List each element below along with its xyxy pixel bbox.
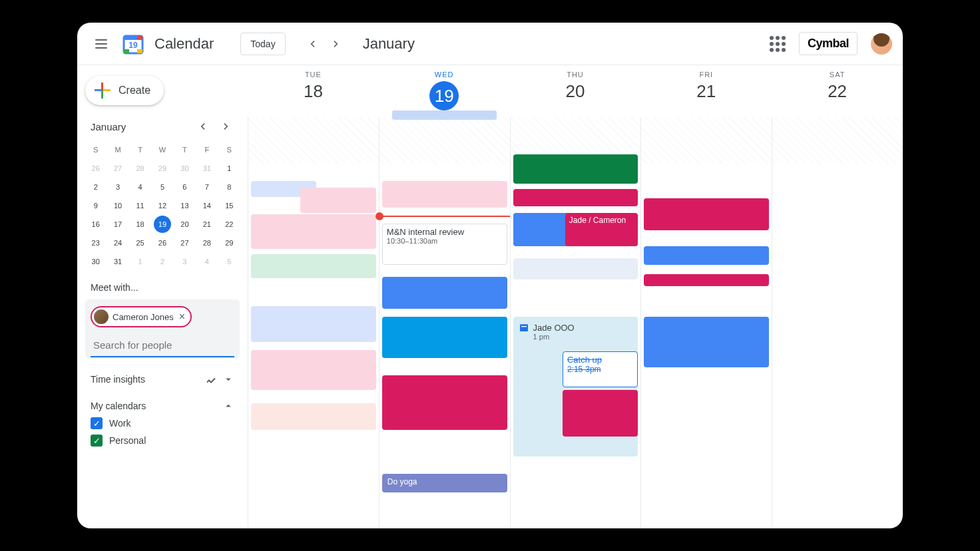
time-insights-row[interactable]: Time insights (85, 371, 240, 388)
time-grid[interactable]: M&N internal review 10:30–11:30am Do yog… (248, 117, 903, 528)
day-column-fri[interactable] (640, 117, 772, 528)
mini-cal-day[interactable]: 3 (174, 253, 195, 270)
mini-cal-day[interactable]: 20 (174, 216, 195, 233)
mini-cal-day[interactable]: 21 (196, 216, 217, 233)
mini-cal-day[interactable]: 15 (219, 197, 240, 214)
app-title: Calendar (154, 35, 214, 53)
mini-cal-day[interactable]: 29 (219, 234, 240, 252)
day-header[interactable]: FRI21 (640, 65, 772, 117)
mini-cal-day[interactable]: 27 (174, 234, 195, 252)
day-header[interactable]: TUE18 (248, 65, 379, 117)
mini-cal-day[interactable]: 30 (85, 253, 106, 270)
day-header[interactable]: THU20 (510, 65, 641, 117)
today-button[interactable]: Today (240, 33, 285, 55)
meet-with-label: Meet with... (91, 282, 240, 293)
google-apps-button[interactable] (770, 36, 786, 52)
user-avatar[interactable] (871, 33, 892, 55)
day-column-tue[interactable] (248, 117, 379, 528)
my-calendars-row[interactable]: My calendars (85, 397, 240, 415)
mini-cal-day[interactable]: 11 (130, 197, 150, 214)
calendar-item-personal[interactable]: ✓ Personal (85, 432, 240, 449)
mini-cal-day[interactable]: 18 (130, 216, 150, 233)
day-column-thu[interactable]: Jade / Cameron Jade OOO 1 pm Catch up (510, 117, 641, 528)
mini-cal-day[interactable]: 27 (107, 160, 128, 177)
mini-cal-day[interactable]: 31 (107, 253, 128, 270)
mini-cal-day[interactable]: 4 (130, 178, 150, 196)
mini-cal-day[interactable]: 6 (174, 178, 195, 196)
mini-next-button[interactable] (218, 118, 234, 134)
calendar-event-jade-cameron[interactable]: Jade / Cameron (565, 213, 638, 246)
mini-cal-day[interactable]: 14 (196, 197, 217, 214)
calendar-event[interactable] (382, 277, 507, 309)
mini-prev-button[interactable] (194, 118, 210, 134)
day-column-sat[interactable] (772, 117, 903, 528)
mini-cal-day[interactable]: 26 (152, 234, 172, 252)
mini-cal-day[interactable]: 2 (85, 178, 106, 196)
main-menu-button[interactable] (88, 31, 115, 57)
mini-cal-day[interactable]: 10 (107, 197, 128, 214)
calendar-event[interactable] (300, 188, 375, 213)
calendar-item-work[interactable]: ✓ Work (85, 415, 240, 432)
calendar-event[interactable] (644, 317, 769, 367)
mini-cal-day[interactable]: 7 (196, 178, 217, 196)
calendar-event[interactable] (382, 181, 507, 208)
mini-cal-day[interactable]: 22 (219, 216, 240, 233)
mini-cal-day[interactable]: 23 (85, 234, 106, 252)
mini-cal-day[interactable]: 29 (152, 160, 172, 177)
day-column-wed[interactable]: M&N internal review 10:30–11:30am Do yog… (379, 117, 510, 528)
mini-cal-day[interactable]: 16 (85, 216, 106, 233)
mini-cal-day[interactable]: 8 (219, 178, 240, 196)
header-right: Cymbal (770, 32, 892, 55)
mini-cal-day[interactable]: 30 (174, 160, 195, 177)
mini-cal-day[interactable]: 28 (130, 160, 150, 177)
calendar-event[interactable] (513, 154, 638, 184)
prev-period-button[interactable] (302, 33, 323, 55)
day-header[interactable]: WED19 (379, 65, 510, 117)
chip-remove-button[interactable]: × (179, 311, 185, 322)
person-chip[interactable]: Cameron Jones × (91, 306, 192, 327)
mini-cal-day[interactable]: 2 (152, 253, 172, 270)
mini-cal-day[interactable]: 26 (85, 160, 106, 177)
calendar-event[interactable] (644, 198, 769, 230)
mini-cal-day[interactable]: 19 (154, 216, 171, 233)
mini-cal-day[interactable]: 3 (107, 178, 128, 196)
calendar-logo-icon: 19 (120, 31, 146, 57)
calendar-event-yoga[interactable]: Do yoga (382, 474, 507, 492)
mini-cal-day[interactable]: 31 (196, 160, 217, 177)
next-period-button[interactable] (326, 33, 347, 55)
mini-cal-day[interactable]: 13 (174, 197, 195, 214)
mini-cal-day[interactable]: 4 (196, 253, 217, 270)
calendar-event[interactable] (513, 189, 638, 206)
mini-cal-day[interactable]: 25 (130, 234, 150, 252)
calendar-event[interactable] (251, 403, 376, 430)
calendar-event[interactable] (513, 258, 638, 279)
allday-event[interactable] (392, 110, 497, 120)
mini-cal-day[interactable]: 1 (219, 160, 240, 177)
day-header[interactable]: SAT22 (772, 65, 903, 117)
people-search-input[interactable] (91, 334, 234, 357)
create-button[interactable]: Create (85, 76, 164, 105)
calendar-event[interactable] (563, 390, 638, 437)
mini-cal-day[interactable]: 12 (152, 197, 172, 214)
calendar-event[interactable] (382, 317, 507, 358)
mini-cal-day[interactable]: 24 (107, 234, 128, 252)
checkbox-icon[interactable]: ✓ (91, 417, 103, 429)
calendar-event[interactable] (251, 306, 376, 342)
calendar-event-review[interactable]: M&N internal review 10:30–11:30am (382, 224, 507, 265)
mini-cal-day[interactable]: 17 (107, 216, 128, 233)
mini-cal-day[interactable]: 5 (152, 178, 172, 196)
mini-cal-day[interactable]: 9 (85, 197, 106, 214)
mini-calendar[interactable]: SMTWTFS262728293031123456789101112131415… (85, 141, 240, 270)
calendar-event[interactable] (382, 375, 507, 430)
calendar-event[interactable] (644, 246, 769, 265)
mini-cal-day[interactable]: 1 (130, 253, 150, 270)
calendar-event-catchup[interactable]: Catch up 2:15-3pm (563, 351, 638, 387)
checkbox-icon[interactable]: ✓ (91, 435, 103, 447)
calendar-event[interactable] (251, 350, 376, 390)
calendar-event[interactable] (251, 214, 376, 249)
now-indicator (379, 216, 510, 217)
mini-cal-day[interactable]: 28 (196, 234, 217, 252)
calendar-event[interactable] (251, 254, 376, 278)
mini-cal-day[interactable]: 5 (219, 253, 240, 270)
calendar-event[interactable] (644, 274, 769, 286)
